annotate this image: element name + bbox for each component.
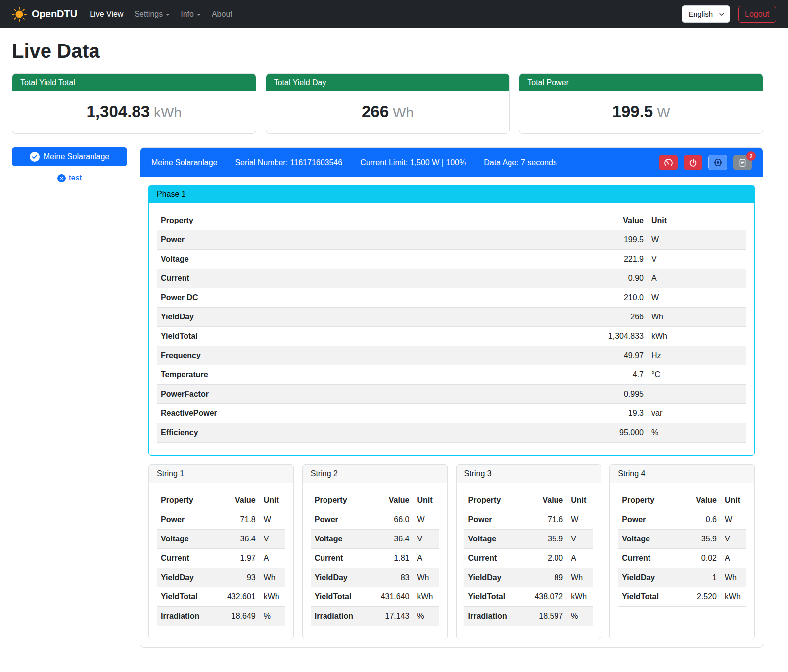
table-header-row: Property Value Unit	[157, 211, 746, 230]
unit-cell: kWh	[260, 587, 285, 607]
value-cell: 35.9	[522, 530, 567, 549]
column-header-value: Value	[214, 491, 259, 510]
value-cell: 1,304.833	[450, 327, 648, 346]
value-cell: 35.9	[681, 530, 721, 549]
unit-cell: kWh	[721, 587, 746, 607]
content-row: Meine Solaranlage test Meine Solaranlage…	[12, 147, 763, 648]
property-cell: Current	[618, 549, 681, 568]
card-unit: kWh	[154, 105, 182, 120]
value-cell: 83	[368, 568, 413, 587]
property-cell: Voltage	[464, 530, 522, 549]
table-row: Voltage 35.9 V	[618, 530, 746, 549]
value-cell: 18.649	[214, 607, 259, 626]
property-cell: YieldDay	[157, 308, 450, 327]
unit-cell: Wh	[567, 568, 593, 587]
table-row: YieldDay 83 Wh	[311, 568, 439, 587]
string-body: Property Value Unit Power	[457, 483, 601, 639]
string-table: Property Value Unit Power	[464, 491, 593, 626]
phase-title: Phase 1	[149, 185, 754, 203]
column-header-property: Property	[311, 491, 368, 510]
column-header-value: Value	[681, 491, 721, 510]
table-row: Power 199.5 W	[157, 230, 746, 250]
value-cell: 0.6	[681, 510, 721, 530]
string-3-card: String 3 Property Value Unit	[456, 464, 602, 639]
value-cell: 221.9	[450, 250, 648, 269]
property-cell: YieldDay	[618, 568, 681, 587]
property-cell: Power	[157, 230, 450, 250]
table-row: Irradiation 18.597 %	[464, 607, 593, 626]
column-header-property: Property	[157, 491, 214, 510]
chevron-down-icon	[197, 14, 201, 16]
event-log-button[interactable]: 2	[733, 155, 752, 170]
language-select[interactable]: English	[682, 5, 730, 23]
logout-button[interactable]: Logout	[738, 6, 776, 23]
table-row: Frequency 49.97 Hz	[157, 346, 746, 365]
column-header-unit: Unit	[260, 491, 285, 510]
property-cell: YieldDay	[311, 568, 368, 587]
value-cell: 266	[450, 308, 648, 327]
table-row: YieldTotal 2.520 kWh	[618, 587, 746, 607]
test-inverter-label: test	[69, 174, 82, 182]
unit-cell: Wh	[721, 568, 746, 587]
nav-settings[interactable]: Settings	[129, 6, 175, 23]
device-info-button[interactable]	[708, 155, 727, 170]
limit-settings-button[interactable]	[659, 155, 678, 170]
brand-text: OpenDTU	[32, 8, 77, 20]
property-cell: YieldTotal	[618, 587, 681, 607]
table-row: YieldTotal 438.072 kWh	[464, 587, 593, 607]
table-row: Irradiation 18.649 %	[157, 607, 285, 626]
inverter-select-button[interactable]: Meine Solaranlage	[12, 147, 127, 166]
unit-cell: V	[414, 530, 439, 549]
unit-cell: Wh	[414, 568, 439, 587]
value-cell: 1.97	[214, 549, 259, 568]
table-row: Temperature 4.7 °C	[157, 365, 746, 385]
property-cell: YieldTotal	[157, 587, 214, 607]
inverter-name: Meine Solaranlage	[151, 158, 217, 167]
main-content: Live Data Total Yield Total 1,304.83kWh …	[0, 28, 788, 668]
summary-cards-row: Total Yield Total 1,304.83kWh Total Yiel…	[12, 73, 763, 134]
nav-live-view[interactable]: Live View	[84, 6, 129, 23]
property-cell: Efficiency	[157, 423, 450, 443]
test-inverter-link[interactable]: test	[12, 174, 127, 182]
property-cell: Current	[311, 549, 368, 568]
power-control-button[interactable]	[684, 155, 702, 170]
value-cell: 431.640	[368, 587, 413, 607]
property-cell: Irradiation	[311, 607, 368, 626]
string-title: String 2	[303, 465, 447, 483]
brand-link[interactable]: OpenDTU	[12, 7, 77, 22]
table-row: Power 71.8 W	[157, 510, 285, 530]
inverter-data-age: Data Age: 7 seconds	[484, 158, 557, 167]
value-cell: 1.81	[368, 549, 413, 568]
inverter-select-label: Meine Solaranlage	[44, 152, 109, 161]
card-body: 199.5W	[519, 91, 763, 133]
table-row: Power 71.6 W	[464, 510, 593, 530]
inverter-limit: Current Limit: 1,500 W | 100%	[360, 158, 466, 167]
card-value: 1,304.83	[87, 102, 150, 121]
table-row: Power DC 210.0 W	[157, 288, 746, 308]
property-cell: YieldTotal	[157, 327, 450, 346]
property-cell: Power	[618, 510, 681, 530]
gauge-icon	[664, 158, 673, 167]
table-row: Current 2.00 A	[464, 549, 593, 568]
property-cell: PowerFactor	[157, 385, 450, 404]
table-row: YieldDay 1 Wh	[618, 568, 746, 587]
string-table: Property Value Unit Power	[618, 491, 746, 607]
card-unit: Wh	[393, 105, 414, 120]
table-header-row: Property Value Unit	[618, 491, 746, 510]
table-row: YieldDay 266 Wh	[157, 308, 746, 327]
table-row: YieldTotal 1,304.833 kWh	[157, 327, 746, 346]
inverter-panel: Meine Solaranlage Serial Number: 1161716…	[140, 147, 763, 648]
property-cell: Voltage	[618, 530, 681, 549]
unit-cell: W	[648, 230, 746, 250]
value-cell: 71.6	[522, 510, 567, 530]
nav-info-label: Info	[181, 10, 194, 19]
total-yield-total-card: Total Yield Total 1,304.83kWh	[12, 73, 256, 134]
nav-about[interactable]: About	[206, 6, 238, 23]
property-cell: ReactivePower	[157, 404, 450, 423]
string-table: Property Value Unit Power	[311, 491, 439, 626]
string-1-card: String 1 Property Value Unit	[148, 464, 294, 639]
nav-info[interactable]: Info	[175, 6, 206, 23]
unit-cell: %	[567, 607, 593, 626]
unit-cell: A	[414, 549, 439, 568]
table-row: YieldTotal 432.601 kWh	[157, 587, 285, 607]
